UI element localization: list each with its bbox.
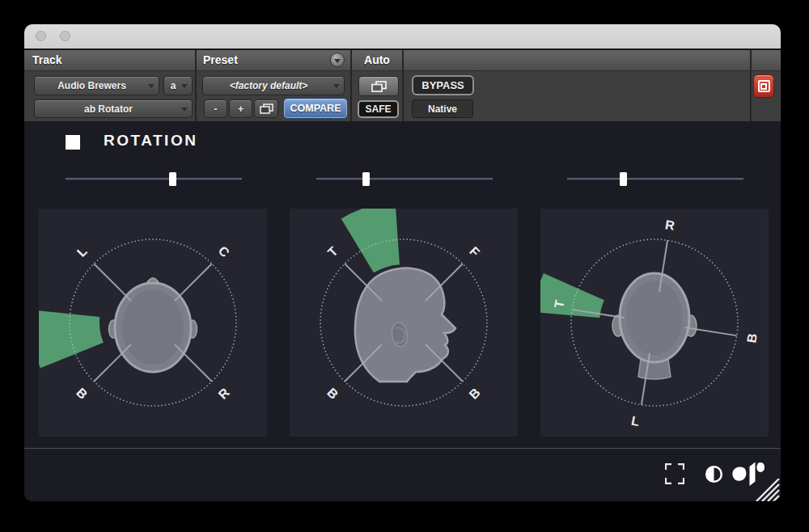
section-divider [750,50,752,121]
direction-label: R [664,217,676,233]
chevron-down-icon [181,84,188,88]
slider-handle[interactable] [169,172,176,186]
rotation-wedge [39,310,104,368]
target-square-icon [758,80,770,92]
automation-mode: a [171,80,176,91]
plus-label: + [238,103,244,115]
direction-label: B [74,386,90,402]
track-selector[interactable]: Audio Brewers [34,76,159,95]
preset-selector[interactable]: <factory default> [202,76,345,95]
minus-label: - [214,103,218,115]
preset-menu-button[interactable] [330,53,345,67]
chevron-down-icon [148,84,155,88]
auto-section-label: Auto [352,53,402,66]
safe-label: SAFE [365,103,391,115]
close-button[interactable] [36,31,46,41]
direction-label: F [467,244,482,260]
resize-handle-icon[interactable] [755,479,781,501]
previous-preset-button[interactable]: - [204,99,227,118]
plugin-body: ROTATION LCBR TFBB RBLT [24,121,781,501]
rotation-slider-3[interactable] [567,172,743,186]
native-button[interactable]: Native [412,99,473,118]
slider-handle[interactable] [362,172,370,186]
target-window-button[interactable] [753,74,774,98]
chevron-down-icon [181,108,188,112]
automation-mode-selector[interactable]: a [163,76,193,95]
slider-track [316,178,493,179]
axis-line [94,344,131,382]
protools-header: Track Preset Auto Audio Brewers a ab Rot… [24,49,781,121]
contrast-icon[interactable] [705,465,723,483]
axis-line [175,264,212,301]
chevron-down-icon [334,59,341,63]
automation-enable-button[interactable] [358,76,399,96]
preset-section-label: Preset [203,53,238,66]
bypass-label: BYPASS [421,79,464,91]
rotation-wedge [341,209,400,272]
direction-label: B [744,332,760,344]
direction-label: R [216,385,233,402]
direction-label: T [325,244,341,260]
footer-divider [24,448,781,449]
rotation-wedge [540,273,604,318]
safe-button[interactable]: SAFE [358,100,399,118]
head-back-view-panel[interactable]: RBLT [540,209,769,437]
plugin-window: Track Preset Auto Audio Brewers a ab Rot… [24,24,781,501]
slider-handle[interactable] [620,172,627,186]
copy-settings-button[interactable] [254,99,278,118]
section-divider [195,50,197,121]
plugin-name: ab Rotator [84,103,133,115]
track-section-label: Track [32,53,62,66]
minimize-button[interactable] [60,31,70,41]
axis-line [175,344,212,382]
native-label: Native [428,103,457,115]
chevron-down-icon [333,84,340,88]
axis-line [94,264,131,301]
back-view-figure: RBLT [540,209,769,437]
track-name: Audio Brewers [57,80,126,91]
direction-label: B [467,386,483,402]
side-view-figure: TFBB [290,209,518,437]
fullscreen-icon[interactable] [665,463,684,484]
slider-track [66,178,242,179]
plugin-selector[interactable]: ab Rotator [34,99,193,118]
slider-track [567,178,743,179]
section-title: ROTATION [104,132,197,150]
next-preset-button[interactable]: + [229,99,252,118]
direction-label: L [630,413,641,429]
direction-label: B [324,386,341,402]
compare-button[interactable]: COMPARE [284,99,347,118]
rotation-slider-1[interactable] [66,172,242,186]
direction-label: C [216,243,233,260]
rotation-slider-2[interactable] [316,172,493,186]
overlapping-windows-icon [260,103,273,114]
titlebar[interactable] [24,24,781,49]
head-side-view-panel[interactable]: TFBB [290,209,518,437]
head-top-view-panel[interactable]: LCBR [39,209,267,437]
direction-label: L [74,244,90,260]
section-divider [402,50,404,121]
compare-label: COMPARE [290,103,341,114]
preset-name: <factory default> [230,80,308,91]
bypass-button[interactable]: BYPASS [412,75,474,95]
top-view-figure: LCBR [39,209,267,437]
rotation-section-toggle[interactable] [66,135,80,150]
overlapping-windows-icon [371,81,387,92]
